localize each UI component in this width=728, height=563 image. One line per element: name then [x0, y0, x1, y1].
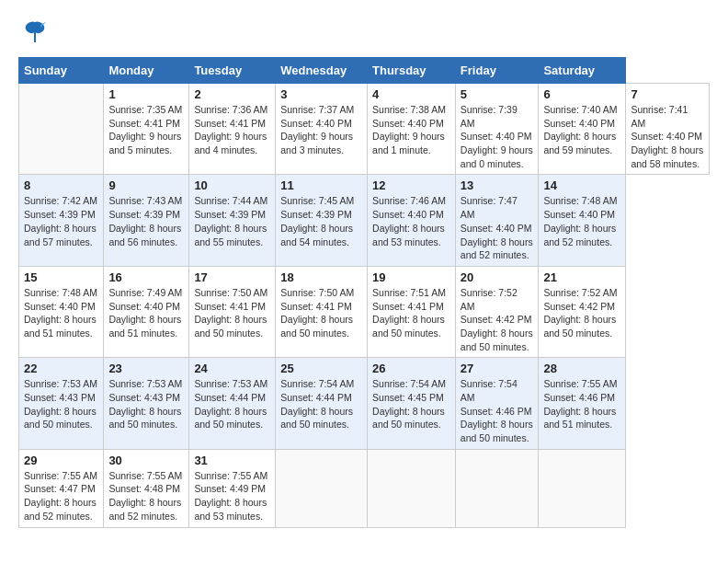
- calendar-week-row: 29Sunrise: 7:55 AMSunset: 4:47 PMDayligh…: [19, 449, 710, 527]
- day-info: Sunrise: 7:38 AMSunset: 4:40 PMDaylight:…: [372, 103, 450, 157]
- calendar-table: SundayMondayTuesdayWednesdayThursdayFrid…: [18, 57, 710, 528]
- logo-bird-icon: [22, 18, 48, 48]
- calendar-cell: 20Sunrise: 7:52 AMSunset: 4:42 PMDayligh…: [455, 266, 539, 357]
- day-info: Sunrise: 7:46 AMSunset: 4:40 PMDaylight:…: [372, 194, 450, 248]
- calendar-cell: 13Sunrise: 7:47 AMSunset: 4:40 PMDayligh…: [455, 175, 539, 266]
- day-info: Sunrise: 7:48 AMSunset: 4:40 PMDaylight:…: [543, 194, 620, 248]
- day-info: Sunrise: 7:41 AMSunset: 4:40 PMDaylight:…: [631, 103, 704, 170]
- calendar-day-header: Friday: [455, 58, 539, 84]
- calendar-day-header: Saturday: [539, 58, 626, 84]
- day-info: Sunrise: 7:40 AMSunset: 4:40 PMDaylight:…: [543, 103, 620, 157]
- day-info: Sunrise: 7:53 AMSunset: 4:43 PMDaylight:…: [24, 377, 98, 431]
- day-number: 13: [461, 178, 534, 192]
- day-number: 26: [372, 362, 450, 375]
- calendar-cell: [368, 449, 456, 527]
- day-number: 31: [194, 454, 270, 467]
- calendar-cell: 24Sunrise: 7:53 AMSunset: 4:44 PMDayligh…: [189, 358, 276, 449]
- logo: [18, 18, 48, 48]
- day-number: 2: [194, 87, 270, 101]
- calendar-cell: 25Sunrise: 7:54 AMSunset: 4:44 PMDayligh…: [276, 358, 368, 449]
- day-number: 18: [280, 270, 362, 284]
- day-number: 20: [461, 270, 534, 284]
- day-number: 30: [108, 454, 184, 467]
- day-info: Sunrise: 7:52 AMSunset: 4:42 PMDaylight:…: [461, 286, 534, 353]
- day-number: 6: [543, 87, 620, 101]
- calendar-cell: 6Sunrise: 7:40 AMSunset: 4:40 PMDaylight…: [539, 84, 626, 175]
- day-info: Sunrise: 7:53 AMSunset: 4:44 PMDaylight:…: [194, 377, 270, 431]
- day-number: 14: [543, 178, 620, 192]
- calendar-cell: [455, 449, 539, 527]
- calendar-cell: 19Sunrise: 7:51 AMSunset: 4:41 PMDayligh…: [368, 266, 456, 357]
- day-number: 4: [372, 87, 450, 101]
- day-info: Sunrise: 7:50 AMSunset: 4:41 PMDaylight:…: [280, 286, 362, 340]
- day-info: Sunrise: 7:49 AMSunset: 4:40 PMDaylight:…: [108, 286, 184, 340]
- calendar-body: 1Sunrise: 7:35 AMSunset: 4:41 PMDaylight…: [19, 84, 710, 528]
- day-info: Sunrise: 7:55 AMSunset: 4:46 PMDaylight:…: [543, 377, 620, 431]
- day-number: 16: [108, 270, 184, 284]
- calendar-day-header: Thursday: [368, 58, 456, 84]
- day-number: 24: [194, 362, 270, 375]
- day-info: Sunrise: 7:54 AMSunset: 4:45 PMDaylight:…: [372, 377, 450, 431]
- calendar-cell: 11Sunrise: 7:45 AMSunset: 4:39 PMDayligh…: [276, 175, 368, 266]
- day-number: 17: [194, 270, 270, 284]
- calendar-cell: 3Sunrise: 7:37 AMSunset: 4:40 PMDaylight…: [276, 84, 368, 175]
- day-number: 23: [108, 362, 184, 375]
- calendar-week-row: 15Sunrise: 7:48 AMSunset: 4:40 PMDayligh…: [19, 266, 710, 357]
- day-info: Sunrise: 7:54 AMSunset: 4:44 PMDaylight:…: [280, 377, 362, 431]
- day-number: 7: [631, 87, 704, 101]
- calendar-cell: 21Sunrise: 7:52 AMSunset: 4:42 PMDayligh…: [539, 266, 626, 357]
- calendar-week-row: 8Sunrise: 7:42 AMSunset: 4:39 PMDaylight…: [19, 175, 710, 266]
- calendar-cell: 16Sunrise: 7:49 AMSunset: 4:40 PMDayligh…: [104, 266, 189, 357]
- day-info: Sunrise: 7:35 AMSunset: 4:41 PMDaylight:…: [108, 103, 184, 157]
- calendar-cell: 5Sunrise: 7:39 AMSunset: 4:40 PMDaylight…: [455, 84, 539, 175]
- calendar-cell: 15Sunrise: 7:48 AMSunset: 4:40 PMDayligh…: [19, 266, 104, 357]
- calendar-cell: 28Sunrise: 7:55 AMSunset: 4:46 PMDayligh…: [539, 358, 626, 449]
- page-header: [18, 18, 710, 48]
- calendar-cell: [539, 449, 626, 527]
- day-info: Sunrise: 7:55 AMSunset: 4:48 PMDaylight:…: [108, 469, 184, 523]
- day-number: 9: [108, 178, 184, 192]
- calendar-cell: 10Sunrise: 7:44 AMSunset: 4:39 PMDayligh…: [189, 175, 276, 266]
- calendar-cell: 23Sunrise: 7:53 AMSunset: 4:43 PMDayligh…: [104, 358, 189, 449]
- calendar-cell: 27Sunrise: 7:54 AMSunset: 4:46 PMDayligh…: [455, 358, 539, 449]
- calendar-cell: 30Sunrise: 7:55 AMSunset: 4:48 PMDayligh…: [104, 449, 189, 527]
- day-info: Sunrise: 7:52 AMSunset: 4:42 PMDaylight:…: [543, 286, 620, 340]
- calendar-cell: [276, 449, 368, 527]
- day-info: Sunrise: 7:36 AMSunset: 4:41 PMDaylight:…: [194, 103, 270, 157]
- calendar-week-row: 22Sunrise: 7:53 AMSunset: 4:43 PMDayligh…: [19, 358, 710, 449]
- day-number: 21: [543, 270, 620, 284]
- calendar-day-header: Monday: [104, 58, 189, 84]
- calendar-day-header: Tuesday: [189, 58, 276, 84]
- day-number: 29: [24, 454, 98, 467]
- calendar-cell: 26Sunrise: 7:54 AMSunset: 4:45 PMDayligh…: [368, 358, 456, 449]
- day-info: Sunrise: 7:42 AMSunset: 4:39 PMDaylight:…: [24, 194, 98, 248]
- calendar-week-row: 1Sunrise: 7:35 AMSunset: 4:41 PMDaylight…: [19, 84, 710, 175]
- day-number: 27: [461, 362, 534, 375]
- day-info: Sunrise: 7:37 AMSunset: 4:40 PMDaylight:…: [280, 103, 362, 157]
- calendar-header-row: SundayMondayTuesdayWednesdayThursdayFrid…: [19, 58, 710, 84]
- day-number: 28: [543, 362, 620, 375]
- calendar-cell: 8Sunrise: 7:42 AMSunset: 4:39 PMDaylight…: [19, 175, 104, 266]
- day-number: 3: [280, 87, 362, 101]
- calendar-cell: 18Sunrise: 7:50 AMSunset: 4:41 PMDayligh…: [276, 266, 368, 357]
- calendar-cell: 17Sunrise: 7:50 AMSunset: 4:41 PMDayligh…: [189, 266, 276, 357]
- day-info: Sunrise: 7:51 AMSunset: 4:41 PMDaylight:…: [372, 286, 450, 340]
- calendar-cell: 12Sunrise: 7:46 AMSunset: 4:40 PMDayligh…: [368, 175, 456, 266]
- day-number: 11: [280, 178, 362, 192]
- day-info: Sunrise: 7:55 AMSunset: 4:49 PMDaylight:…: [194, 469, 270, 523]
- day-number: 25: [280, 362, 362, 375]
- calendar-cell: 7Sunrise: 7:41 AMSunset: 4:40 PMDaylight…: [626, 84, 710, 175]
- day-number: 10: [194, 178, 270, 192]
- day-info: Sunrise: 7:43 AMSunset: 4:39 PMDaylight:…: [108, 194, 184, 248]
- calendar-day-header: Sunday: [19, 58, 104, 84]
- calendar-cell: 14Sunrise: 7:48 AMSunset: 4:40 PMDayligh…: [539, 175, 626, 266]
- day-info: Sunrise: 7:48 AMSunset: 4:40 PMDaylight:…: [24, 286, 98, 340]
- day-number: 15: [24, 270, 98, 284]
- calendar-day-header: Wednesday: [276, 58, 368, 84]
- day-number: 12: [372, 178, 450, 192]
- calendar-cell: 1Sunrise: 7:35 AMSunset: 4:41 PMDaylight…: [104, 84, 189, 175]
- calendar-cell: 4Sunrise: 7:38 AMSunset: 4:40 PMDaylight…: [368, 84, 456, 175]
- day-info: Sunrise: 7:55 AMSunset: 4:47 PMDaylight:…: [24, 469, 98, 523]
- day-number: 8: [24, 178, 98, 192]
- day-info: Sunrise: 7:54 AMSunset: 4:46 PMDaylight:…: [461, 377, 534, 444]
